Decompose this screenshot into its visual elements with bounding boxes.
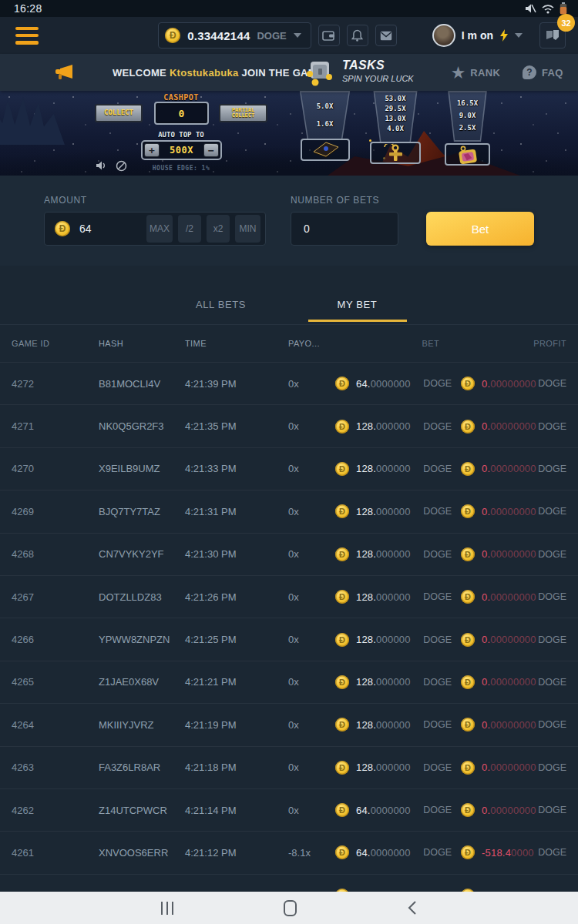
doge-coin-icon: Đ [335, 633, 349, 647]
balance-amount: 0.33442144 [187, 29, 250, 42]
game-canvas[interactable]: CASHPOT COLLECT 0 PARTIAL COLLECT AUTO T… [0, 91, 578, 176]
table-row[interactable]: 4267 DOTZLLDZ83 4:21:26 PM 0x Đ 128.0000… [0, 575, 578, 618]
bet-currency: DOGE [423, 421, 452, 432]
question-mark-icon: ? [523, 65, 536, 79]
muted-speaker-icon [525, 3, 536, 14]
table-row[interactable]: 4260 BTLT3RTVBT 4:21:09 PM 0x Đ 64.00000… [0, 874, 578, 892]
bet-button[interactable]: Bet [426, 212, 534, 246]
book-relic-icon [309, 141, 341, 159]
tower-multiplier: 1.6X [317, 120, 334, 128]
bet-currency: DOGE [423, 719, 452, 730]
user-menu[interactable]: I m on [432, 24, 523, 47]
amount-input[interactable]: Đ 64 MAX /2 x2 MIN [44, 212, 266, 246]
rank-button[interactable]: ★ RANK [452, 54, 500, 91]
music-mute-icon[interactable] [116, 160, 127, 172]
chat-toggle[interactable]: 32 [539, 22, 566, 49]
relic-slot-ankh[interactable] [370, 142, 421, 164]
profit-currency: DOGE [538, 762, 566, 773]
cell-game-id: 4272 [12, 378, 99, 390]
table-row[interactable]: 4261 XNVOOS6ERR 4:21:12 PM -8.1x Đ 64.00… [0, 831, 578, 873]
col-hash: HASH [99, 339, 185, 348]
cell-bet: Đ 128.000000 DOGE [335, 462, 452, 476]
cell-game-id: 4261 [12, 847, 99, 859]
tab-my-bet-label: MY BET [338, 299, 378, 310]
cell-hash: X9EILB9UMZ [99, 463, 185, 474]
profit-currency: DOGE [538, 549, 566, 560]
bets-tabs: ALL BETS MY BET [0, 266, 578, 325]
doge-coin-icon: Đ [335, 845, 349, 859]
half-button[interactable]: /2 [178, 215, 201, 243]
doge-coin-icon: Đ [461, 803, 475, 817]
wallet-button[interactable] [318, 25, 340, 46]
table-row[interactable]: 4272 B81MOCLI4V 4:21:39 PM 0x Đ 64.00000… [0, 362, 578, 404]
table-row[interactable]: 4263 FA3Z6LR8AR 4:21:18 PM 0x Đ 128.0000… [0, 746, 578, 788]
tower-multiplier: 13.0X [385, 115, 405, 122]
bet-currency: DOGE [423, 378, 452, 389]
table-row[interactable]: 4266 YPWW8ZNPZN 4:21:25 PM 0x Đ 128.0000… [0, 618, 578, 660]
bet-currency: DOGE [423, 847, 452, 858]
messages-button[interactable] [375, 25, 397, 46]
doge-coin-icon: Đ [335, 590, 349, 604]
double-button[interactable]: x2 [207, 215, 230, 243]
profit-currency: DOGE [538, 464, 566, 474]
doge-coin-icon: Đ [461, 845, 475, 859]
number-of-bets-input[interactable]: 0 [291, 212, 398, 246]
cell-hash: Z1JAE0X68V [99, 676, 185, 688]
collect-button[interactable]: COLLECT [95, 104, 143, 122]
doge-coin-icon: Đ [335, 547, 349, 561]
cell-profit: Đ 0.00000000 DOGE [461, 547, 566, 561]
tasks-button[interactable]: TASKS SPIN YOUR LUCK [305, 59, 414, 86]
cell-bet: Đ 64.0000000 DOGE [335, 377, 452, 390]
tab-all-bets[interactable]: ALL BETS [172, 299, 271, 324]
notifications-button[interactable] [347, 25, 368, 46]
cell-payout: 0x [288, 719, 335, 731]
cell-time: 4:21:25 PM [185, 634, 288, 645]
menu-button[interactable] [15, 27, 39, 45]
increase-button[interactable]: + [144, 143, 160, 157]
cell-bet: Đ 128.000000 DOGE [335, 590, 452, 604]
recents-button[interactable] [161, 902, 174, 915]
cell-payout: 0x [288, 805, 335, 816]
cell-hash: Z14UTCPWCR [99, 805, 185, 816]
balance-selector[interactable]: Đ 0.33442144 DOGE [158, 22, 311, 49]
relic-slot-pendant[interactable] [445, 143, 490, 166]
doge-coin-icon: Đ [461, 547, 475, 561]
cell-game-id: 4268 [12, 548, 99, 560]
faq-button[interactable]: ? FAQ [523, 54, 563, 91]
max-button[interactable]: MAX [146, 215, 173, 243]
lightning-bolt-icon [499, 29, 509, 42]
col-game-id: GAME ID [12, 339, 99, 348]
table-row[interactable]: 4265 Z1JAE0X68V 4:21:21 PM 0x Đ 128.0000… [0, 661, 578, 703]
table-body: 4272 B81MOCLI4V 4:21:39 PM 0x Đ 64.00000… [0, 362, 578, 892]
cell-payout: 0x [288, 463, 335, 474]
decrease-button[interactable]: − [203, 143, 219, 157]
table-row[interactable]: 4271 NK0Q5GR2F3 4:21:35 PM 0x Đ 128.0000… [0, 404, 578, 447]
table-row[interactable]: 4269 BJQ7TY7TAZ 4:21:31 PM 0x Đ 128.0000… [0, 490, 578, 532]
table-row[interactable]: 4270 X9EILB9UMZ 4:21:33 PM 0x Đ 128.0000… [0, 447, 578, 490]
table-row[interactable]: 4268 CN7VYKY2YF 4:21:30 PM 0x Đ 128.0000… [0, 533, 578, 575]
cashpot-value: 0 [154, 102, 209, 125]
cell-profit: Đ 0.00000000 DOGE [461, 504, 566, 518]
doge-coin-icon: Đ [335, 675, 349, 689]
app-header: Đ 0.33442144 DOGE I m on 32 [0, 17, 578, 54]
back-button[interactable] [407, 900, 417, 916]
doge-coin-icon: Đ [461, 420, 475, 434]
profit-currency: DOGE [538, 847, 566, 858]
cell-payout: -8.1x [288, 847, 335, 859]
table-row[interactable]: 4262 Z14UTCPWCR 4:21:14 PM 0x Đ 64.00000… [0, 788, 578, 831]
cell-time: 4:21:33 PM [185, 463, 288, 474]
cell-hash: YPWW8ZNPZN [99, 634, 185, 645]
bet-currency: DOGE [423, 634, 452, 645]
relic-slot-book[interactable] [301, 139, 350, 161]
table-row[interactable]: 4264 MKIIIYJVRZ 4:21:19 PM 0x Đ 128.0000… [0, 703, 578, 745]
partial-collect-button[interactable]: PARTIAL COLLECT [219, 104, 267, 122]
tasks-title: TASKS [342, 59, 414, 72]
sound-icon[interactable] [96, 160, 107, 171]
home-button[interactable] [284, 900, 297, 916]
cell-time: 4:21:39 PM [185, 378, 288, 390]
tab-my-bet[interactable]: MY BET [308, 299, 407, 324]
mail-icon [380, 31, 392, 41]
min-button[interactable]: MIN [235, 215, 260, 243]
bets-table-header: GAME ID HASH TIME PAYO... BET PROFIT [0, 325, 578, 362]
battery-icon [560, 2, 567, 15]
